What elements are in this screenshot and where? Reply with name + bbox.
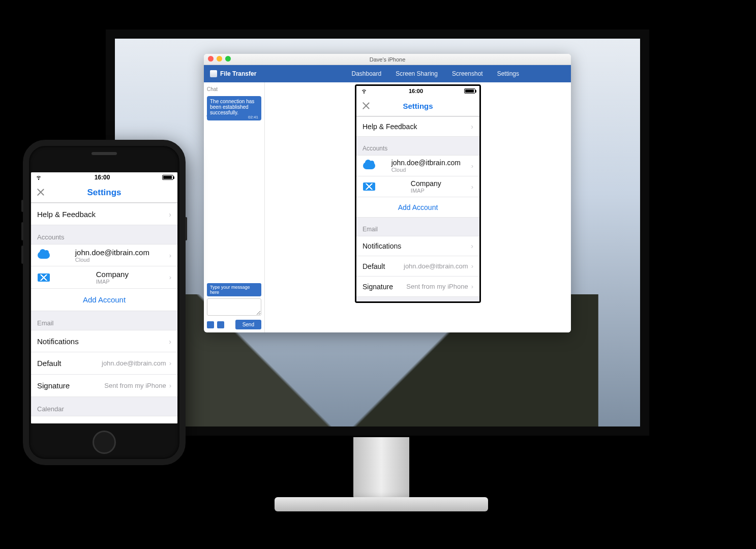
chevron-right-icon: › bbox=[169, 359, 171, 367]
remote-device-screen: 16:00 Settings Help & Feedback › bbox=[355, 84, 481, 303]
row-add-account[interactable]: Add Account bbox=[356, 197, 479, 218]
add-account-label: Add Account bbox=[398, 203, 438, 211]
window-title: Dave's iPhone bbox=[370, 56, 406, 63]
tab-screenshot[interactable]: Screenshot bbox=[452, 70, 483, 77]
cloud-icon bbox=[37, 250, 50, 260]
section-email: Email bbox=[356, 218, 479, 236]
chevron-right-icon: › bbox=[471, 183, 473, 191]
row-account-imap[interactable]: Company IMAP › bbox=[31, 266, 177, 289]
account-imap-name: Company bbox=[96, 270, 129, 279]
settings-list[interactable]: Help & Feedback › Accounts john.doe@itbr… bbox=[31, 203, 177, 423]
help-feedback-label: Help & Feedback bbox=[362, 123, 417, 131]
attach-icon[interactable] bbox=[207, 321, 214, 328]
chat-input[interactable] bbox=[207, 298, 261, 316]
row-add-account[interactable]: Add Account bbox=[31, 289, 177, 311]
chat-message-text: The connection has been established succ… bbox=[210, 99, 254, 115]
row-account-cloud[interactable]: john.doe@itbrain.com Cloud › bbox=[356, 155, 479, 176]
chat-header: Chat bbox=[204, 82, 264, 94]
ios-nav-bar: Settings bbox=[356, 96, 479, 116]
chevron-right-icon: › bbox=[169, 423, 171, 424]
tab-screen-sharing[interactable]: Screen Sharing bbox=[396, 70, 438, 77]
chat-panel: Chat The connection has been established… bbox=[204, 82, 265, 332]
cloud-icon bbox=[362, 161, 376, 171]
tab-settings[interactable]: Settings bbox=[497, 70, 519, 77]
phone-screen: 16:00 Settings Help & Feedback › Account… bbox=[31, 172, 177, 423]
email-signature-label: Signature bbox=[362, 283, 393, 291]
phone-home-button[interactable] bbox=[93, 431, 116, 454]
row-account-cloud[interactable]: john.doe@itbrain.com Cloud › bbox=[31, 244, 177, 266]
close-icon[interactable] bbox=[36, 188, 45, 197]
ios-status-bar: 16:00 bbox=[356, 86, 479, 96]
close-icon[interactable] bbox=[361, 101, 371, 110]
email-default-label: Default bbox=[37, 359, 62, 368]
app-toolbar: File Transfer Dashboard Screen Sharing S… bbox=[204, 65, 571, 82]
section-calendar: Calendar bbox=[31, 397, 177, 416]
mail-icon bbox=[362, 181, 376, 192]
row-email-signature[interactable]: Signature Sent from my iPhone› bbox=[356, 277, 479, 297]
ios-nav-bar: Settings bbox=[31, 182, 177, 203]
chevron-right-icon: › bbox=[471, 283, 473, 290]
nudge-icon[interactable] bbox=[217, 321, 224, 328]
monitor-stand-base bbox=[275, 497, 488, 511]
email-signature-label: Signature bbox=[37, 381, 70, 390]
screen-share-area: 16:00 Settings Help & Feedback › bbox=[265, 82, 571, 332]
status-time: 16:00 bbox=[409, 88, 423, 94]
section-accounts: Accounts bbox=[31, 225, 177, 244]
email-notifications-label: Notifications bbox=[37, 337, 79, 346]
account-cloud-kind: Cloud bbox=[391, 167, 461, 173]
row-email-default[interactable]: Default john.doe@itbrain.com› bbox=[31, 352, 177, 375]
chevron-right-icon: › bbox=[169, 273, 171, 281]
ios-status-bar: 16:00 bbox=[31, 172, 177, 182]
physical-phone: 16:00 Settings Help & Feedback › Account… bbox=[23, 140, 186, 465]
account-cloud-name: john.doe@itbrain.com bbox=[75, 248, 149, 257]
window-zoom-button[interactable] bbox=[225, 56, 231, 62]
row-calendar-notifications[interactable]: Notifications › bbox=[31, 416, 177, 423]
section-accounts: Accounts bbox=[356, 137, 479, 155]
email-default-value: john.doe@itbrain.com bbox=[102, 359, 166, 367]
help-feedback-label: Help & Feedback bbox=[37, 210, 96, 219]
window-close-button[interactable] bbox=[208, 56, 214, 62]
wifi-icon bbox=[35, 173, 42, 182]
account-imap-kind: IMAP bbox=[411, 188, 441, 194]
chevron-right-icon: › bbox=[471, 123, 473, 131]
chat-message-bubble: The connection has been established succ… bbox=[207, 96, 261, 120]
battery-icon bbox=[162, 175, 173, 180]
email-signature-value: Sent from my iPhone bbox=[406, 283, 468, 290]
email-default-value: john.doe@itbrain.com bbox=[404, 262, 468, 270]
remote-support-window: Dave's iPhone File Transfer Dashboard Sc… bbox=[204, 54, 571, 332]
chevron-right-icon: › bbox=[471, 262, 473, 270]
nav-title: Settings bbox=[87, 188, 121, 198]
row-account-imap[interactable]: Company IMAP › bbox=[356, 176, 479, 197]
file-transfer-label: File Transfer bbox=[220, 70, 256, 77]
status-time: 16:00 bbox=[95, 174, 110, 181]
account-imap-kind: IMAP bbox=[96, 279, 129, 285]
row-help-feedback[interactable]: Help & Feedback › bbox=[31, 203, 177, 225]
phone-speaker bbox=[92, 152, 117, 155]
desktop-wallpaper: Dave's iPhone File Transfer Dashboard Sc… bbox=[115, 39, 640, 426]
chevron-right-icon: › bbox=[471, 162, 473, 170]
file-transfer-brand[interactable]: File Transfer bbox=[210, 70, 256, 77]
tab-dashboard[interactable]: Dashboard bbox=[352, 70, 382, 77]
account-cloud-name: john.doe@itbrain.com bbox=[391, 159, 461, 167]
row-email-signature[interactable]: Signature Sent from my iPhone› bbox=[31, 375, 177, 397]
add-account-label: Add Account bbox=[83, 295, 126, 304]
email-default-label: Default bbox=[362, 262, 385, 270]
row-email-notifications[interactable]: Notifications › bbox=[31, 330, 177, 352]
settings-list[interactable]: Help & Feedback › Accounts john.doe@itbr… bbox=[356, 116, 479, 301]
battery-icon bbox=[464, 88, 475, 94]
row-help-feedback[interactable]: Help & Feedback › bbox=[356, 116, 479, 137]
chat-send-button[interactable]: Send bbox=[235, 320, 261, 329]
row-email-notifications[interactable]: Notifications › bbox=[356, 236, 479, 256]
chevron-right-icon: › bbox=[169, 337, 171, 346]
account-cloud-kind: Cloud bbox=[75, 257, 149, 263]
chevron-right-icon: › bbox=[169, 382, 171, 389]
monitor-stand-neck bbox=[353, 437, 409, 498]
section-calendar: Calendar bbox=[356, 297, 479, 301]
mail-icon bbox=[37, 272, 50, 283]
phone-power-button bbox=[185, 217, 187, 240]
window-titlebar[interactable]: Dave's iPhone bbox=[204, 54, 571, 65]
chat-input-hint: Type your message here bbox=[207, 283, 261, 296]
window-minimize-button[interactable] bbox=[217, 56, 222, 62]
calendar-notifications-label: Notifications bbox=[37, 423, 79, 424]
row-email-default[interactable]: Default john.doe@itbrain.com› bbox=[356, 256, 479, 277]
